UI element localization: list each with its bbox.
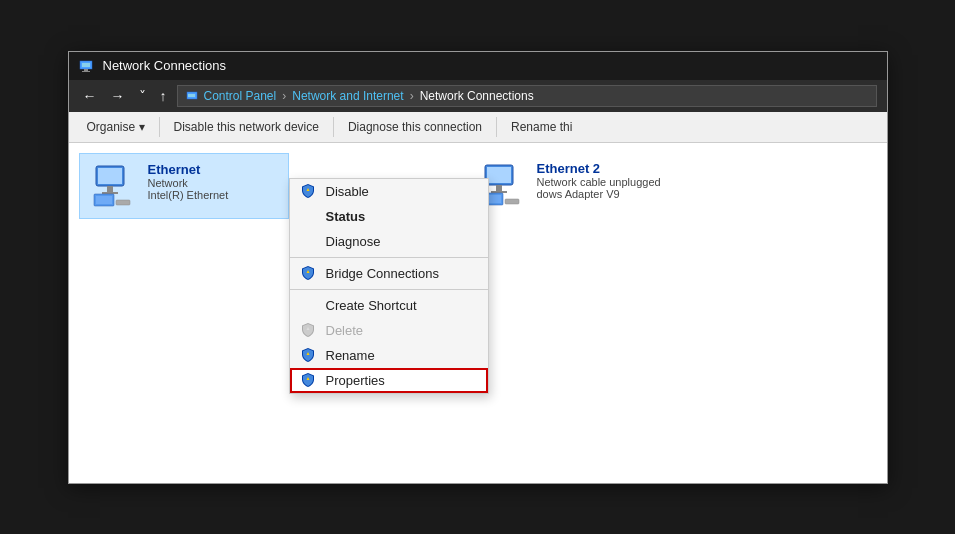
- menu-label-disable: Disable: [326, 184, 369, 199]
- svg-rect-21: [491, 191, 507, 193]
- toolbar-separator-2: [333, 117, 334, 137]
- ethernet-1-status: Network: [148, 177, 229, 189]
- menu-label-status: Status: [326, 209, 366, 224]
- menu-item-bridge[interactable]: Bridge Connections: [290, 261, 488, 286]
- ethernet-2-info: Ethernet 2 Network cable unplugged dows …: [537, 161, 661, 200]
- menu-label-delete: Delete: [326, 323, 364, 338]
- menu-item-rename[interactable]: Rename: [290, 343, 488, 368]
- ethernet-2-name: Ethernet 2: [537, 161, 661, 176]
- menu-sep-1: [290, 257, 488, 258]
- path-sep-1: ›: [282, 89, 286, 103]
- menu-label-properties: Properties: [326, 373, 385, 388]
- menu-item-diagnose[interactable]: Diagnose: [290, 229, 488, 254]
- address-bar: ← → ˅ ↑ Control Panel › Network and Inte…: [69, 80, 887, 112]
- disable-button[interactable]: Disable this network device: [166, 116, 327, 138]
- svg-rect-24: [505, 199, 519, 204]
- shield-icon-properties: [300, 372, 316, 388]
- toolbar-separator-3: [496, 117, 497, 137]
- forward-button[interactable]: →: [107, 86, 129, 106]
- ethernet-1-icon: [90, 162, 138, 210]
- recent-button[interactable]: ˅: [135, 86, 150, 106]
- toolbar-separator-1: [159, 117, 160, 137]
- ethernet-2-status: Network cable unplugged: [537, 176, 661, 188]
- diagnose-button[interactable]: Diagnose this connection: [340, 116, 490, 138]
- menu-label-bridge: Bridge Connections: [326, 266, 439, 281]
- svg-rect-1: [82, 63, 90, 67]
- toolbar: Organise ▾ Disable this network device D…: [69, 112, 887, 143]
- organise-label: Organise ▾: [87, 120, 145, 134]
- path-sep-2: ›: [410, 89, 414, 103]
- organise-button[interactable]: Organise ▾: [79, 116, 153, 138]
- svg-rect-12: [116, 200, 130, 205]
- rename-button[interactable]: Rename thi: [503, 116, 580, 138]
- svg-rect-2: [84, 69, 88, 71]
- ethernet-2-adapter: dows Adapter V9: [537, 188, 661, 200]
- shield-icon-disable: [300, 183, 316, 199]
- menu-label-diagnose: Diagnose: [326, 234, 381, 249]
- shield-icon-bridge: [300, 265, 316, 281]
- context-menu: Disable Status Diagnose Bridge Connectio…: [289, 178, 489, 394]
- menu-item-status[interactable]: Status: [290, 204, 488, 229]
- network-connections-window: Network Connections ← → ˅ ↑ Control Pane…: [68, 51, 888, 484]
- ethernet-2-item[interactable]: Ethernet 2 Network cable unplugged dows …: [469, 153, 679, 217]
- svg-rect-19: [487, 167, 511, 183]
- svg-rect-5: [188, 94, 195, 97]
- svg-rect-11: [96, 196, 112, 204]
- path-control-panel[interactable]: Control Panel: [204, 89, 277, 103]
- address-path: Control Panel › Network and Internet › N…: [177, 85, 877, 107]
- window-title-icon: [79, 58, 95, 74]
- ethernet-1-item[interactable]: Ethernet Network Intel(R) Ethernet: [79, 153, 289, 219]
- path-icon: [186, 89, 200, 103]
- svg-rect-9: [102, 192, 118, 194]
- svg-rect-3: [82, 71, 90, 72]
- path-network-connections: Network Connections: [420, 89, 534, 103]
- svg-rect-7: [98, 168, 122, 184]
- menu-label-shortcut: Create Shortcut: [326, 298, 417, 313]
- menu-sep-2: [290, 289, 488, 290]
- window-title: Network Connections: [103, 58, 227, 73]
- up-button[interactable]: ↑: [156, 86, 171, 106]
- menu-item-disable[interactable]: Disable: [290, 179, 488, 204]
- back-button[interactable]: ←: [79, 86, 101, 106]
- menu-item-shortcut[interactable]: Create Shortcut: [290, 293, 488, 318]
- svg-rect-20: [496, 185, 502, 191]
- svg-rect-8: [107, 186, 113, 192]
- ethernet-1-name: Ethernet: [148, 162, 229, 177]
- content-area: Ethernet Network Intel(R) Ethernet Disab…: [69, 143, 887, 483]
- shield-icon-delete: [300, 322, 316, 338]
- menu-item-delete: Delete: [290, 318, 488, 343]
- title-bar: Network Connections: [69, 52, 887, 80]
- ethernet-1-info: Ethernet Network Intel(R) Ethernet: [148, 162, 229, 201]
- menu-label-rename: Rename: [326, 348, 375, 363]
- shield-icon-rename: [300, 347, 316, 363]
- path-network-internet[interactable]: Network and Internet: [292, 89, 403, 103]
- ethernet-1-adapter: Intel(R) Ethernet: [148, 189, 229, 201]
- menu-item-properties[interactable]: Properties: [290, 368, 488, 393]
